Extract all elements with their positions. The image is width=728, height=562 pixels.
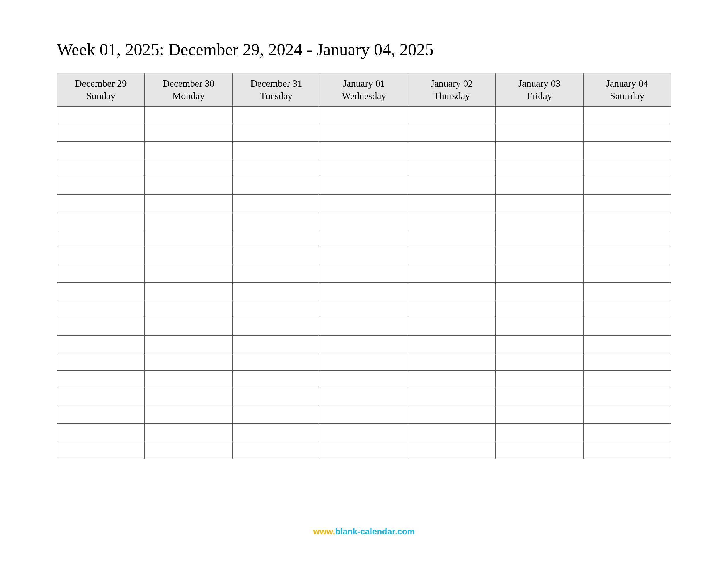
calendar-cell[interactable] [320,177,408,195]
calendar-cell[interactable] [320,388,408,406]
calendar-cell[interactable] [408,318,495,335]
calendar-cell[interactable] [145,371,232,388]
calendar-cell[interactable] [496,300,583,318]
calendar-cell[interactable] [496,441,583,459]
calendar-cell[interactable] [320,335,408,353]
calendar-cell[interactable] [583,335,671,353]
calendar-cell[interactable] [583,142,671,159]
calendar-cell[interactable] [583,441,671,459]
calendar-cell[interactable] [496,406,583,424]
calendar-cell[interactable] [496,230,583,248]
calendar-cell[interactable] [320,424,408,441]
calendar-cell[interactable] [496,195,583,212]
calendar-cell[interactable] [57,230,145,248]
calendar-cell[interactable] [320,107,408,124]
calendar-cell[interactable] [145,230,232,248]
calendar-cell[interactable] [232,124,320,142]
calendar-cell[interactable] [496,265,583,283]
calendar-cell[interactable] [320,124,408,142]
calendar-cell[interactable] [57,318,145,335]
calendar-cell[interactable] [496,107,583,124]
calendar-cell[interactable] [583,159,671,177]
calendar-cell[interactable] [232,265,320,283]
calendar-cell[interactable] [232,441,320,459]
calendar-cell[interactable] [496,283,583,300]
calendar-cell[interactable] [583,371,671,388]
calendar-cell[interactable] [496,142,583,159]
calendar-cell[interactable] [57,441,145,459]
calendar-cell[interactable] [320,212,408,230]
calendar-cell[interactable] [57,212,145,230]
calendar-cell[interactable] [408,248,495,265]
calendar-cell[interactable] [320,283,408,300]
calendar-cell[interactable] [57,248,145,265]
calendar-cell[interactable] [145,388,232,406]
calendar-cell[interactable] [57,142,145,159]
calendar-cell[interactable] [145,353,232,371]
calendar-cell[interactable] [408,195,495,212]
calendar-cell[interactable] [57,406,145,424]
calendar-cell[interactable] [232,335,320,353]
calendar-cell[interactable] [145,142,232,159]
calendar-cell[interactable] [496,371,583,388]
calendar-cell[interactable] [408,159,495,177]
calendar-cell[interactable] [408,142,495,159]
calendar-cell[interactable] [583,212,671,230]
calendar-cell[interactable] [496,177,583,195]
calendar-cell[interactable] [145,159,232,177]
calendar-cell[interactable] [408,107,495,124]
calendar-cell[interactable] [583,265,671,283]
calendar-cell[interactable] [320,406,408,424]
calendar-cell[interactable] [496,335,583,353]
calendar-cell[interactable] [496,124,583,142]
calendar-cell[interactable] [145,212,232,230]
calendar-cell[interactable] [583,300,671,318]
calendar-cell[interactable] [145,424,232,441]
calendar-cell[interactable] [408,212,495,230]
calendar-cell[interactable] [145,318,232,335]
calendar-cell[interactable] [232,371,320,388]
calendar-cell[interactable] [145,406,232,424]
calendar-cell[interactable] [408,177,495,195]
calendar-cell[interactable] [145,177,232,195]
calendar-cell[interactable] [232,406,320,424]
calendar-cell[interactable] [496,388,583,406]
calendar-cell[interactable] [57,424,145,441]
calendar-cell[interactable] [145,441,232,459]
calendar-cell[interactable] [320,441,408,459]
calendar-cell[interactable] [232,300,320,318]
calendar-cell[interactable] [320,371,408,388]
calendar-cell[interactable] [583,353,671,371]
calendar-cell[interactable] [232,177,320,195]
calendar-cell[interactable] [232,159,320,177]
calendar-cell[interactable] [320,353,408,371]
calendar-cell[interactable] [145,248,232,265]
calendar-cell[interactable] [232,388,320,406]
calendar-cell[interactable] [57,388,145,406]
footer-link[interactable]: www.blank-calendar.com [0,527,728,536]
calendar-cell[interactable] [320,248,408,265]
calendar-cell[interactable] [408,300,495,318]
calendar-cell[interactable] [320,318,408,335]
calendar-cell[interactable] [583,230,671,248]
calendar-cell[interactable] [583,195,671,212]
calendar-cell[interactable] [57,371,145,388]
calendar-cell[interactable] [57,107,145,124]
calendar-cell[interactable] [145,107,232,124]
calendar-cell[interactable] [145,265,232,283]
calendar-cell[interactable] [496,353,583,371]
calendar-cell[interactable] [145,124,232,142]
calendar-cell[interactable] [408,406,495,424]
calendar-cell[interactable] [57,195,145,212]
calendar-cell[interactable] [496,424,583,441]
calendar-cell[interactable] [320,300,408,318]
calendar-cell[interactable] [583,424,671,441]
calendar-cell[interactable] [145,300,232,318]
calendar-cell[interactable] [145,195,232,212]
calendar-cell[interactable] [232,195,320,212]
calendar-cell[interactable] [57,353,145,371]
calendar-cell[interactable] [320,265,408,283]
calendar-cell[interactable] [496,248,583,265]
calendar-cell[interactable] [145,283,232,300]
calendar-cell[interactable] [496,159,583,177]
